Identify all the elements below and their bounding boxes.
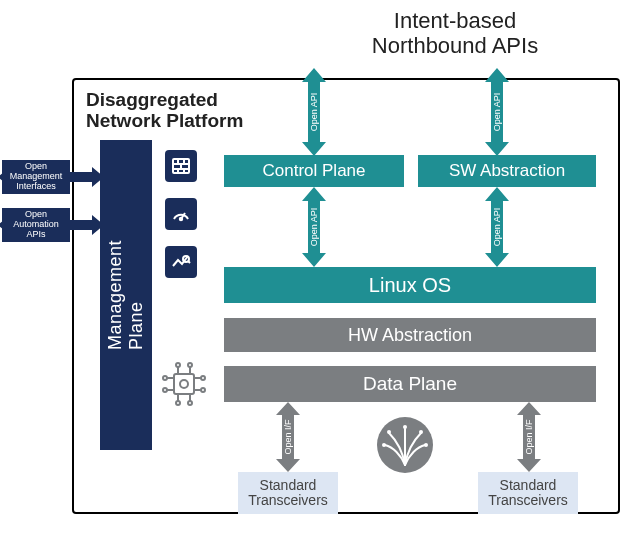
svg-point-32 [163,388,167,392]
linux-os-label: Linux OS [369,274,451,297]
chart-icon [165,246,197,278]
hw-abstraction-label: HW Abstraction [348,325,472,346]
transceivers-right: Standard Transceivers [478,472,578,514]
svg-point-28 [188,401,192,405]
if-arrow-left-label: Open I/F [283,419,293,454]
api-arrow-mid-right: Open API [482,187,512,267]
api-arrow-top-left: Open API [299,68,329,156]
api-arrow-mid-right-label: Open API [492,208,502,247]
open-auto-label: Open Automation APIs [2,210,70,240]
chip-icon [160,360,208,412]
data-plane-layer: Data Plane [224,366,596,402]
transceivers-right-label: Standard Transceivers [488,478,568,509]
open-auto-badge: Open Automation APIs [2,208,70,242]
if-arrow-right: Open I/F [514,402,544,472]
open-mgmt-badge2: Open Management Interfaces [2,160,70,194]
management-plane: Management Plane [100,140,152,450]
api-arrow-mid-left: Open API [299,187,329,267]
linux-os-layer: Linux OS [224,267,596,303]
svg-point-30 [163,376,167,380]
svg-point-24 [188,363,192,367]
svg-point-41 [382,443,386,447]
svg-point-20 [180,380,188,388]
svg-point-26 [176,401,180,405]
if-arrow-left: Open I/F [273,402,303,472]
transceivers-left: Standard Transceivers [238,472,338,514]
gauge-icon [165,198,197,230]
svg-point-39 [387,430,391,434]
svg-point-12 [180,218,182,220]
transceivers-left-label: Standard Transceivers [248,478,328,509]
api-arrow-mid-left-label: Open API [309,208,319,247]
data-plane-label: Data Plane [363,373,457,395]
fiber-icon [375,415,435,479]
api-arrow-top-right-label: Open API [492,93,502,132]
hw-abstraction-layer: HW Abstraction [224,318,596,352]
svg-point-34 [201,376,205,380]
svg-rect-19 [174,374,194,394]
api-arrow-top-left-label: Open API [309,93,319,132]
firewall-icon [165,150,197,182]
diagram-title: Intent-based Northbound APIs [290,8,620,59]
svg-point-22 [176,363,180,367]
control-plane-label: Control Plane [262,161,365,181]
platform-title: Disaggregated Network Platform [86,90,243,132]
svg-point-42 [424,443,428,447]
svg-point-40 [419,430,423,434]
if-arrow-right-label: Open I/F [524,419,534,454]
svg-point-36 [201,388,205,392]
svg-line-14 [188,261,190,263]
open-mgmt-label2: Open Management Interfaces [2,162,70,192]
api-arrow-top-right: Open API [482,68,512,156]
sw-abstraction-label: SW Abstraction [449,161,565,181]
sw-abstraction-layer: SW Abstraction [418,155,596,187]
svg-point-38 [403,425,407,429]
diagram-canvas: Intent-based Northbound APIs Disaggregat… [0,0,640,534]
control-plane-layer: Control Plane [224,155,404,187]
management-plane-label: Management Plane [105,240,147,350]
